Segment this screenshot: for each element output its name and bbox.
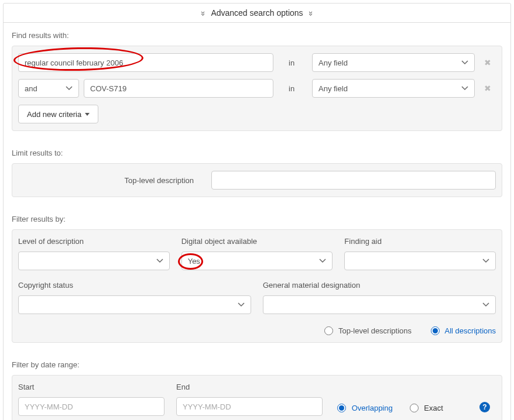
help-icon[interactable]: ? — [479, 402, 490, 412]
advanced-search-header[interactable]: » Advanced search options » — [4, 4, 510, 23]
criteria-row: and in Any field ✖ — [18, 79, 496, 98]
operator-select[interactable]: and — [18, 79, 79, 98]
search-term-input[interactable] — [84, 79, 273, 98]
add-criteria-button[interactable]: Add new criteria — [18, 105, 98, 123]
filter-date-area: Start End Overlapping Exact ? — [12, 375, 502, 420]
chevron-down-icon: » — [199, 11, 207, 16]
end-date-input[interactable] — [176, 397, 323, 416]
limit-results-area: Top-level description — [12, 163, 502, 197]
find-results-label: Find results with: — [4, 23, 510, 46]
level-of-description-label: Level of description — [18, 237, 170, 246]
finding-aid-select[interactable] — [344, 252, 496, 270]
find-results-area: in Any field ✖ and in Any field ✖ Add ne… — [12, 46, 502, 131]
in-label: in — [278, 58, 307, 67]
start-date-label: Start — [18, 383, 165, 391]
finding-aid-label: Finding aid — [344, 237, 496, 246]
field-select[interactable]: Any field — [312, 79, 475, 98]
chevron-down-icon: » — [307, 11, 315, 16]
start-date-input[interactable] — [18, 397, 165, 416]
top-level-descriptions-radio[interactable]: Top-level descriptions — [321, 326, 412, 335]
add-criteria-label: Add new criteria — [27, 110, 81, 119]
search-term-input[interactable] — [18, 53, 273, 72]
in-label: in — [278, 84, 307, 93]
overlapping-radio[interactable]: Overlapping — [334, 402, 393, 412]
top-level-description-label: Top-level description — [18, 176, 211, 185]
digital-object-select[interactable]: Yes — [181, 252, 333, 270]
material-designation-label: General material designation — [263, 281, 496, 290]
filter-results-area: Level of description Digital object avai… — [12, 229, 502, 343]
level-of-description-select[interactable] — [18, 252, 170, 270]
exact-radio[interactable]: Exact — [407, 402, 443, 412]
limit-results-label: Limit results to: — [4, 140, 510, 163]
copyright-status-select[interactable] — [18, 295, 251, 314]
header-title: Advanced search options — [211, 8, 303, 18]
top-level-description-input[interactable] — [211, 171, 496, 190]
copyright-status-label: Copyright status — [18, 281, 251, 290]
filter-results-label: Filter results by: — [4, 206, 510, 229]
material-designation-select[interactable] — [263, 295, 496, 314]
criteria-row: in Any field ✖ — [18, 53, 496, 72]
end-date-label: End — [176, 383, 323, 391]
all-descriptions-radio[interactable]: All descriptions — [428, 326, 496, 335]
field-select[interactable]: Any field — [312, 53, 475, 72]
remove-criteria-icon[interactable]: ✖ — [479, 58, 496, 67]
digital-object-label: Digital object available — [181, 237, 333, 246]
filter-date-label: Filter by date range: — [4, 352, 510, 375]
remove-criteria-icon[interactable]: ✖ — [479, 84, 496, 93]
caret-down-icon — [85, 113, 90, 116]
